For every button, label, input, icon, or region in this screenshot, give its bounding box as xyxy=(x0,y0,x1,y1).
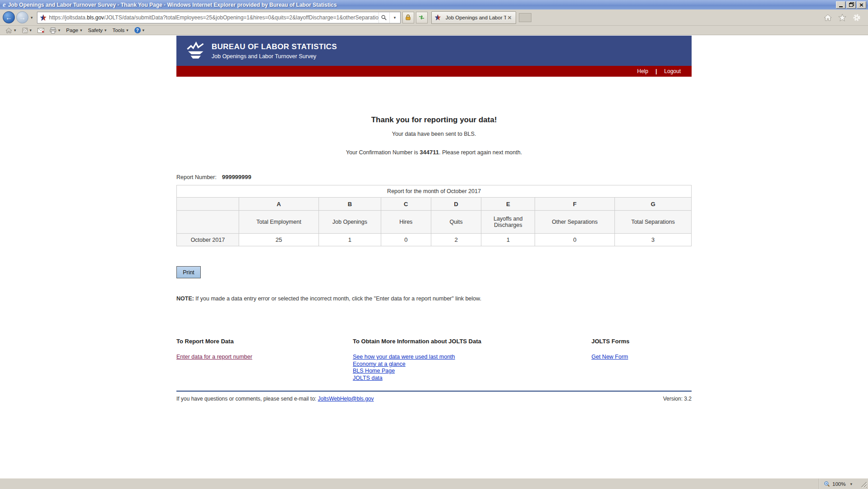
printer-icon xyxy=(50,28,56,33)
help-icon: ? xyxy=(134,27,141,33)
total-employment-cell: 25 xyxy=(239,234,319,246)
zoom-level: 100% xyxy=(832,481,845,487)
quits-cell: 2 xyxy=(431,234,481,246)
confirmation-number: 344711 xyxy=(420,149,439,156)
footer-divider xyxy=(176,391,692,392)
contact-line: If you have questions or comments, pleas… xyxy=(176,396,692,402)
report-number-line: Report Number:999999999 xyxy=(176,174,692,180)
site-subtitle: Job Openings and Labor Turnover Survey xyxy=(212,53,337,60)
command-bar: ▾ ▾ ▾ Page▾ Safety▾ Tools▾ ? ▾ xyxy=(0,26,868,35)
other-separations-cell: 0 xyxy=(535,234,615,246)
data-used-link[interactable]: See how your data were used last month xyxy=(353,354,591,361)
note-text: NOTE: If you made a data entry error or … xyxy=(176,295,692,302)
footer-heading-info: To Obtain More Information about JOLTS D… xyxy=(353,338,591,345)
forward-arrow-icon: → xyxy=(19,14,26,21)
print-button[interactable]: Print xyxy=(176,266,201,278)
home-page-icon xyxy=(5,28,12,33)
zoom-magnifier-icon xyxy=(824,481,830,487)
page-menu[interactable]: Page▾ xyxy=(64,26,85,35)
tools-menu[interactable]: Tools▾ xyxy=(110,26,131,35)
history-dropdown[interactable]: ▾ xyxy=(28,15,35,20)
month-cell: October 2017 xyxy=(177,234,239,246)
confirmation-message: Your Confirmation Number is 344711. Plea… xyxy=(176,149,692,156)
browser-tab[interactable]: Job Openings and Labor Tur... × xyxy=(431,11,516,24)
close-button[interactable]: × xyxy=(857,1,866,9)
sent-message: Your data have been sent to BLS. xyxy=(176,131,692,137)
page-content: BUREAU OF LABOR STATISTICS Job Openings … xyxy=(176,36,692,402)
version-label: Version: 3.2 xyxy=(663,396,692,402)
window-controls: × xyxy=(836,1,866,9)
navigation-bar: ← → ▾ https://joltsdata.bls.gov/JOLTS/da… xyxy=(0,9,868,26)
tab-favicon-icon xyxy=(434,14,442,21)
total-separations-cell: 3 xyxy=(614,234,691,246)
email-link[interactable]: JoltsWebHelp@bls.gov xyxy=(318,396,374,402)
mail-icon xyxy=(37,28,44,33)
compatibility-view-icon[interactable] xyxy=(416,12,428,23)
jolts-data-link[interactable]: JOLTS data xyxy=(353,375,591,382)
status-bar: 100% ▾ xyxy=(0,478,868,489)
minimize-icon xyxy=(839,6,843,7)
restore-icon xyxy=(849,3,853,7)
url-text: https://joltsdata.bls.gov/JOLTS/data/sub… xyxy=(49,14,379,21)
logout-link[interactable]: Logout xyxy=(664,68,681,74)
title-bar: e Job Openings and Labor Turnover Survey… xyxy=(0,0,868,9)
browser-window: e Job Openings and Labor Turnover Survey… xyxy=(0,0,868,489)
job-openings-cell: 1 xyxy=(319,234,381,246)
nav-separator: | xyxy=(656,68,657,74)
minimize-button[interactable] xyxy=(836,1,845,9)
home-page-button[interactable]: ▾ xyxy=(3,26,19,35)
restore-button[interactable] xyxy=(846,1,856,9)
new-tab-button[interactable] xyxy=(519,13,531,22)
report-number-value: 999999999 xyxy=(222,174,251,180)
tab-close-icon[interactable]: × xyxy=(506,15,512,20)
forward-button[interactable]: → xyxy=(16,11,28,23)
tab-title: Job Openings and Labor Tur... xyxy=(446,15,507,20)
site-favicon-icon xyxy=(40,14,47,21)
site-brand: BUREAU OF LABOR STATISTICS xyxy=(212,42,337,51)
gear-icon[interactable] xyxy=(852,13,862,23)
security-lock-icon[interactable] xyxy=(402,12,414,23)
rss-feed-icon xyxy=(22,28,28,33)
search-dropdown[interactable]: ▾ xyxy=(389,12,400,23)
browser-quick-icons xyxy=(823,13,865,23)
report-table: Report for the month of October 2017 A B… xyxy=(176,185,692,246)
close-icon: × xyxy=(859,2,864,8)
zoom-control[interactable]: 100% ▾ xyxy=(819,479,859,489)
bls-home-link[interactable]: BLS Home Page xyxy=(353,368,591,375)
window-title: Job Openings and Labor Turnover Survey -… xyxy=(8,2,832,8)
safety-menu[interactable]: Safety▾ xyxy=(85,26,110,35)
table-data-row: October 2017 25 1 0 2 1 0 3 xyxy=(177,234,692,246)
economy-glance-link[interactable]: Economy at a glance xyxy=(353,361,591,368)
home-icon[interactable] xyxy=(823,13,833,23)
read-mail-button[interactable] xyxy=(35,26,47,35)
resize-grip[interactable] xyxy=(859,479,868,489)
page-title: Thank you for reporting your data! xyxy=(176,115,692,125)
footer-heading-forms: JOLTS Forms xyxy=(591,338,692,345)
get-new-form-link[interactable]: Get New Form xyxy=(591,354,692,361)
hires-cell: 0 xyxy=(381,234,431,246)
ie-logo-icon: e xyxy=(3,1,6,8)
back-arrow-icon: ← xyxy=(5,14,12,21)
help-link[interactable]: Help xyxy=(637,68,648,74)
table-header-row: Total Employment Job Openings Hires Quit… xyxy=(177,211,692,234)
table-caption: Report for the month of October 2017 xyxy=(177,185,692,198)
footer-heading-report: To Report More Data xyxy=(176,338,353,345)
search-icon[interactable] xyxy=(379,12,389,23)
favorites-star-icon[interactable] xyxy=(837,13,847,23)
footer-links: To Report More Data Enter data for a rep… xyxy=(176,338,692,382)
layoffs-cell: 1 xyxy=(481,234,535,246)
enter-data-link[interactable]: Enter data for a report number xyxy=(176,354,353,361)
bls-header: BUREAU OF LABOR STATISTICS Job Openings … xyxy=(176,36,692,66)
bls-eagle-logo xyxy=(185,41,206,61)
table-letter-row: A B C D E F G xyxy=(177,198,692,211)
back-button[interactable]: ← xyxy=(3,11,15,23)
print-toolbar-button[interactable]: ▾ xyxy=(47,26,64,35)
page-viewport: BUREAU OF LABOR STATISTICS Job Openings … xyxy=(0,35,868,478)
help-menu[interactable]: ? ▾ xyxy=(132,26,148,35)
feeds-button[interactable]: ▾ xyxy=(19,26,35,35)
site-nav-bar: Help | Logout xyxy=(176,66,692,77)
address-bar[interactable]: https://joltsdata.bls.gov/JOLTS/data/sub… xyxy=(37,12,401,23)
zoom-dropdown[interactable]: ▾ xyxy=(848,482,854,486)
